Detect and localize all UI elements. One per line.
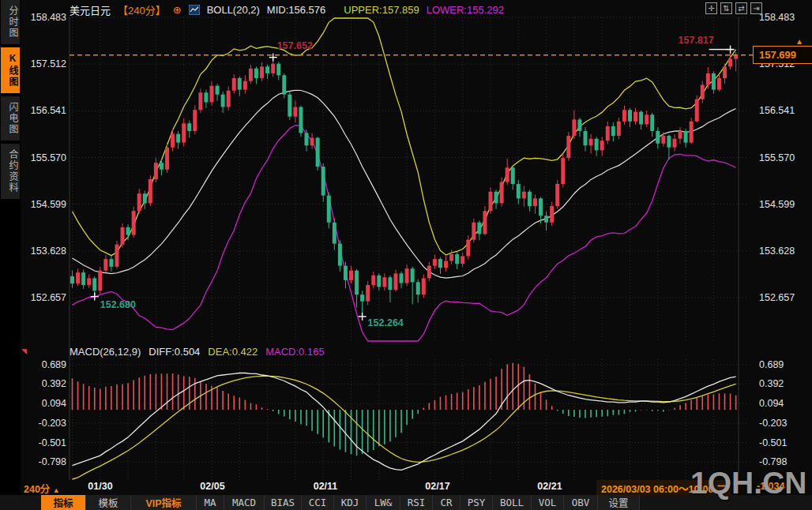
macd-header: MACD(26,12,9) DIFF:0.504 DEA:0.422 MACD:…: [70, 346, 325, 358]
candlestick-chart[interactable]: [21, 0, 812, 510]
toolbar-item-PSY[interactable]: PSY: [461, 495, 493, 510]
toolbar-item-MA[interactable]: MA: [197, 495, 224, 510]
triangle-up-icon: ▲: [53, 486, 60, 494]
chart-window: 分时图K线图闪电图合约资料 美元日元 【240分】 ⊕ BOLL(20,2) M…: [0, 0, 812, 510]
period-label[interactable]: 【240分】: [118, 2, 166, 17]
sidebar-tab-item[interactable]: 合约资料: [1, 144, 20, 199]
toolbar-item-BOLL[interactable]: BOLL: [493, 495, 532, 510]
macd-diff-value: DIFF:0.504: [148, 346, 200, 358]
toolbar-item-RSI[interactable]: RSI: [400, 495, 433, 510]
toolbar-item-CR[interactable]: CR: [433, 495, 461, 510]
symbol-name: 美元日元: [70, 2, 111, 17]
chart-type-sidebar: 分时图K线图闪电图合约资料: [0, 0, 21, 510]
toolbar-item-LW&[interactable]: LW&: [367, 495, 400, 510]
indicator-name: BOLL(20,2): [207, 4, 260, 16]
toolbar-item-MACD[interactable]: MACD: [224, 495, 265, 510]
macd-dea-value: DEA:0.422: [208, 346, 258, 358]
boll-upper-value: UPPER:157.859: [344, 4, 419, 16]
toolbar-item-指标[interactable]: 指标: [41, 495, 86, 510]
chart-tools: ✛⇅⇄⇥: [705, 2, 762, 14]
toolbar-item-设置[interactable]: 设置: [598, 495, 640, 510]
date-label: 02/11: [314, 481, 338, 492]
current-price-tag: 157.699: [753, 46, 812, 64]
date-label: 01/30: [88, 481, 112, 492]
toolbar-item-OBV[interactable]: OBV: [564, 495, 598, 510]
extreme-price-label: 157.817: [679, 35, 714, 46]
date-label: 02/05: [200, 481, 224, 492]
axis-shift-icon[interactable]: ⇥: [750, 2, 762, 14]
macd-macd-value: MACD:0.165: [265, 346, 324, 358]
extreme-price-label: 152.264: [368, 317, 404, 328]
sidebar-tab-item[interactable]: 分时图: [1, 0, 20, 44]
period-selector[interactable]: 240分 ▲: [24, 481, 60, 496]
toolbar-item-VOL[interactable]: VOL: [532, 495, 564, 510]
watermark: 1QH.CN: [690, 466, 806, 501]
date-label: 02/17: [425, 481, 449, 492]
crosshair-icon[interactable]: ✛: [705, 2, 717, 14]
chart-style-icon[interactable]: [189, 5, 200, 15]
toolbar-item-CCI[interactable]: CCI: [302, 495, 334, 510]
circle-plus-icon[interactable]: ⊕: [173, 4, 182, 16]
toolbar-item-模板[interactable]: 模板: [86, 495, 131, 510]
extreme-price-label: 157.652: [277, 40, 313, 51]
axis-scale-vertical-icon[interactable]: ⇅: [720, 2, 732, 14]
toolbar-item-BIAS[interactable]: BIAS: [265, 495, 302, 510]
pane-resize-icon[interactable]: ◥: [21, 347, 27, 355]
boll-mid-value: MID:156.576: [267, 4, 325, 16]
macd-title[interactable]: MACD(26,12,9): [70, 346, 141, 358]
chart-header: 美元日元 【240分】 ⊕ BOLL(20,2) MID:156.576 UPP…: [70, 2, 504, 17]
toolbar-item-KDJ[interactable]: KDJ: [334, 495, 367, 510]
sidebar-tab-active[interactable]: K线图: [1, 47, 20, 93]
date-label: 02/21: [537, 481, 562, 492]
extreme-price-label: 152.680: [100, 299, 136, 310]
axis-scale-horizontal-icon[interactable]: ⇄: [735, 2, 747, 14]
boll-lower-value: LOWER:155.292: [427, 4, 504, 16]
price-tag-arrow-icon: ▲: [795, 37, 803, 46]
sidebar-tab-item[interactable]: 闪电图: [1, 96, 20, 141]
toolbar-item-VIP指标[interactable]: VIP指标: [131, 495, 197, 510]
